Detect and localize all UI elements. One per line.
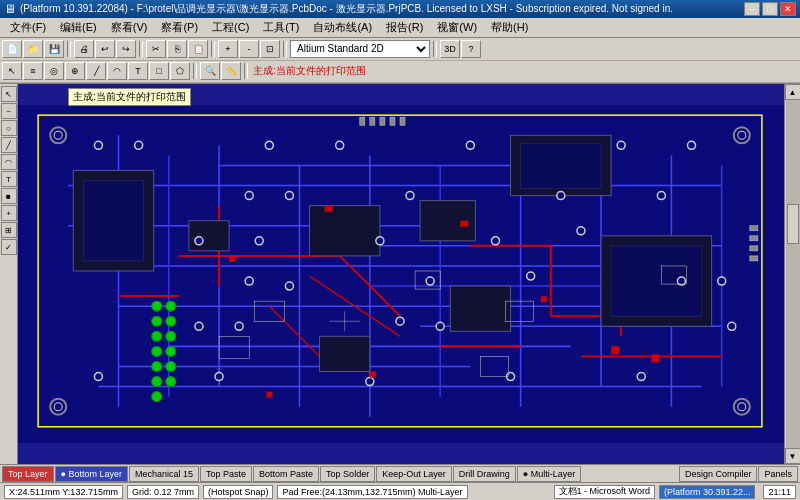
lp-arc[interactable]: ◠ — [1, 154, 17, 170]
tb-poly[interactable]: ⬠ — [170, 62, 190, 80]
tb-new[interactable]: 📄 — [2, 40, 22, 58]
svg-point-90 — [366, 378, 374, 386]
svg-rect-101 — [325, 206, 333, 212]
svg-point-88 — [94, 373, 102, 381]
tb-paste[interactable]: 📋 — [188, 40, 208, 58]
svg-point-82 — [718, 277, 726, 285]
tb-sep4 — [283, 41, 287, 57]
layer-tab-keepout[interactable]: Keep-Out Layer — [376, 466, 452, 482]
svg-rect-42 — [310, 206, 380, 256]
tb-cut[interactable]: ✂ — [146, 40, 166, 58]
svg-point-94 — [54, 131, 62, 139]
lp-drc[interactable]: ✓ — [1, 239, 17, 255]
status-bar: X:24.511mm Y:132.715mm Grid: 0.12 7mm (H… — [0, 482, 800, 500]
svg-point-59 — [166, 377, 176, 387]
scroll-up-button[interactable]: ▲ — [785, 84, 801, 100]
svg-point-67 — [245, 192, 253, 200]
scroll-down-button[interactable]: ▼ — [785, 448, 801, 464]
svg-rect-110 — [370, 117, 375, 125]
svg-point-53 — [152, 392, 162, 402]
tb-zoom-fit[interactable]: ⊡ — [260, 40, 280, 58]
layer-tab-topsolder[interactable]: Top Solder — [320, 466, 375, 482]
svg-rect-109 — [360, 117, 365, 125]
grid-text: Grid: 0.12 7mm — [132, 487, 194, 497]
svg-point-92 — [637, 373, 645, 381]
tb-help[interactable]: ? — [461, 40, 481, 58]
menu-item-window[interactable]: 视窗(W) — [431, 18, 483, 37]
svg-point-69 — [406, 192, 414, 200]
tb-sep5 — [433, 41, 437, 57]
svg-point-66 — [687, 141, 695, 149]
layer-tab-botpaste[interactable]: Bottom Paste — [253, 466, 319, 482]
taskbar-item-word[interactable]: 文档1 - Microsoft Word — [554, 485, 655, 499]
svg-point-47 — [152, 301, 162, 311]
lp-route[interactable]: ~ — [1, 103, 17, 119]
svg-point-96 — [738, 131, 746, 139]
svg-rect-106 — [651, 354, 659, 362]
menu-item-file[interactable]: 文件(F) — [4, 18, 52, 37]
scroll-thumb-vertical[interactable] — [787, 204, 799, 244]
pcb-canvas[interactable]: 主成:当前文件的打印范围 — [18, 84, 784, 464]
lp-select[interactable]: ↖ — [1, 86, 17, 102]
view-selector[interactable]: Altium Standard 2D — [290, 40, 430, 58]
menu-item-edit[interactable]: 编辑(E) — [54, 18, 103, 37]
tb-via[interactable]: ◎ — [44, 62, 64, 80]
tb-text[interactable]: T — [128, 62, 148, 80]
tb-copy[interactable]: ⎘ — [167, 40, 187, 58]
svg-point-62 — [265, 141, 273, 149]
tb-open[interactable]: 📁 — [23, 40, 43, 58]
tb-line[interactable]: ╱ — [86, 62, 106, 80]
tb-pad[interactable]: ⊕ — [65, 62, 85, 80]
svg-point-52 — [152, 377, 162, 387]
lp-comp[interactable]: ⊞ — [1, 222, 17, 238]
menu-item-autoroute[interactable]: 自动布线(A) — [307, 18, 378, 37]
menu-item-project[interactable]: 工程(C) — [206, 18, 255, 37]
menu-item-tools[interactable]: 工具(T) — [257, 18, 305, 37]
svg-point-49 — [152, 331, 162, 341]
layer-tab-multi[interactable]: ● Multi-Layer — [517, 466, 581, 482]
tb-rect[interactable]: □ — [149, 62, 169, 80]
tb-sep2 — [139, 41, 143, 57]
coord-text: X:24.511mm Y:132.715mm — [9, 487, 118, 497]
menu-item-view2[interactable]: 察看(P) — [155, 18, 204, 37]
scroll-track-vertical[interactable] — [786, 100, 800, 448]
tb-zoom-in[interactable]: + — [218, 40, 238, 58]
menu-item-help[interactable]: 帮助(H) — [485, 18, 534, 37]
lp-text[interactable]: T — [1, 171, 17, 187]
tb-measure[interactable]: 📏 — [221, 62, 241, 80]
svg-point-48 — [152, 316, 162, 326]
taskbar-item-platform[interactable]: (Platform 30.391.22... — [659, 485, 756, 499]
tb-undo[interactable]: ↩ — [95, 40, 115, 58]
tooltip-label: 主成:当前文件的打印范围 — [251, 64, 368, 78]
layer-tab-toppaste[interactable]: Top Paste — [200, 466, 252, 482]
layer-tab-top[interactable]: Top Layer — [2, 466, 54, 482]
tb-arc[interactable]: ◠ — [107, 62, 127, 80]
tb-inspect[interactable]: 🔍 — [200, 62, 220, 80]
lp-line[interactable]: ╱ — [1, 137, 17, 153]
menu-item-view[interactable]: 察看(V) — [105, 18, 154, 37]
tb-print[interactable]: 🖨 — [74, 40, 94, 58]
svg-rect-103 — [229, 256, 235, 262]
design-compiler-btn[interactable]: Design Compiler — [679, 466, 758, 482]
lp-pad[interactable]: + — [1, 205, 17, 221]
tb-3d[interactable]: 3D — [440, 40, 460, 58]
layer-tab-mech15[interactable]: Mechanical 15 — [129, 466, 199, 482]
close-button[interactable]: ✕ — [780, 2, 796, 16]
minimize-button[interactable]: ─ — [744, 2, 760, 16]
panels-btn[interactable]: Panels — [758, 466, 798, 482]
title-bar: 🖥 (Platform 10.391.22084) - F:\protel\品调… — [0, 0, 800, 18]
menu-item-report[interactable]: 报告(R) — [380, 18, 429, 37]
tb-save[interactable]: 💾 — [44, 40, 64, 58]
lp-fill[interactable]: ■ — [1, 188, 17, 204]
layer-tab-drill[interactable]: Drill Drawing — [453, 466, 516, 482]
layer-tab-bottom[interactable]: ● Bottom Layer — [55, 466, 128, 482]
lp-via[interactable]: ○ — [1, 120, 17, 136]
layer-tab-topsolder-label: Top Solder — [326, 469, 369, 479]
tb-route[interactable]: ≡ — [23, 62, 43, 80]
tb-sep3 — [211, 41, 215, 57]
toolbar-row1: 📄 📁 💾 🖨 ↩ ↪ ✂ ⎘ 📋 + - ⊡ Altium Standard … — [0, 38, 800, 61]
tb-select[interactable]: ↖ — [2, 62, 22, 80]
tb-redo[interactable]: ↪ — [116, 40, 136, 58]
maximize-button[interactable]: □ — [762, 2, 778, 16]
tb-zoom-out[interactable]: - — [239, 40, 259, 58]
